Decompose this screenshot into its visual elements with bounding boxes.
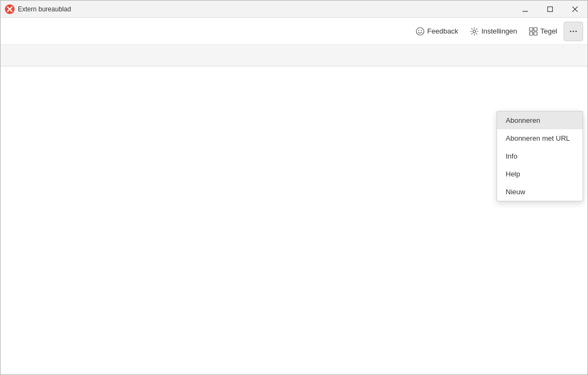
dropdown-item-new[interactable]: Nieuw (497, 183, 583, 201)
app-icon (5, 4, 15, 14)
tile-button[interactable]: Tegel (524, 22, 563, 41)
dropdown-item-help[interactable]: Help (497, 165, 583, 183)
main-window: Extern bureaublad (0, 0, 588, 375)
svg-point-17 (576, 30, 577, 31)
main-content: Abonneren Abonneren met URL Info Help Ni… (1, 67, 587, 374)
svg-rect-11 (530, 28, 533, 31)
svg-point-9 (421, 30, 422, 31)
window-controls (513, 1, 587, 17)
maximize-button[interactable] (538, 1, 563, 18)
svg-point-8 (419, 30, 420, 31)
dropdown-menu: Abonneren Abonneren met URL Info Help Ni… (496, 111, 583, 201)
more-options-button[interactable] (564, 22, 583, 41)
searchbar (1, 45, 587, 67)
more-options-icon (569, 27, 578, 36)
svg-point-10 (473, 30, 476, 32)
feedback-label: Feedback (427, 27, 458, 35)
dropdown-item-subscribe-url[interactable]: Abonneren met URL (497, 129, 583, 147)
feedback-button[interactable]: Feedback (410, 22, 463, 41)
window-title: Extern bureaublad (18, 5, 513, 13)
feedback-icon (416, 27, 424, 36)
tile-label: Tegel (540, 27, 557, 35)
svg-point-15 (570, 30, 571, 31)
settings-button[interactable]: Instellingen (465, 22, 522, 41)
svg-rect-14 (534, 32, 537, 35)
tile-icon (529, 27, 538, 36)
svg-point-7 (416, 28, 424, 35)
toolbar: Feedback Instellingen Tegel (1, 18, 587, 45)
dropdown-item-subscribe[interactable]: Abonneren (497, 111, 583, 129)
settings-label: Instellingen (481, 27, 517, 35)
svg-point-16 (573, 30, 574, 31)
svg-rect-4 (548, 7, 553, 12)
svg-rect-13 (530, 32, 533, 35)
settings-icon (470, 27, 479, 36)
close-button[interactable] (563, 1, 587, 18)
dropdown-item-info[interactable]: Info (497, 147, 583, 165)
svg-rect-12 (534, 28, 537, 31)
titlebar: Extern bureaublad (1, 1, 587, 18)
minimize-button[interactable] (513, 1, 538, 18)
